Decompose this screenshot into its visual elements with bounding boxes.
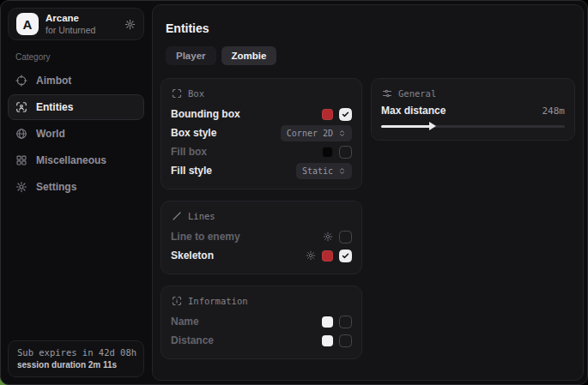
sidebar-item-label: World: [36, 128, 65, 140]
app-meta: Arcane for Unturned: [45, 13, 118, 35]
globe-icon: [15, 128, 27, 140]
tab-player[interactable]: Player: [166, 46, 216, 65]
bounding-box-row: Bounding box: [171, 105, 352, 123]
color-swatch[interactable]: [322, 316, 333, 328]
box-card-header: Box: [172, 88, 352, 99]
name-row: Name: [171, 312, 352, 331]
box-style-row: Box style Corner 2D: [171, 123, 352, 142]
app-subtitle: for Unturned: [45, 25, 118, 36]
sidebar-item-label: Aimbot: [36, 75, 71, 87]
fill-style-row: Fill style Static: [171, 161, 352, 180]
options-gear-icon[interactable]: [306, 250, 316, 261]
app-name: Arcane: [45, 13, 118, 25]
row-label: Fill style: [171, 165, 212, 177]
sidebar-item-label: Settings: [36, 181, 76, 193]
sidebar-item-world[interactable]: World: [8, 121, 144, 147]
lines-card-header: Lines: [172, 211, 352, 221]
color-swatch[interactable]: [322, 147, 333, 158]
row-label: Name: [171, 316, 199, 328]
general-card-header: General: [382, 88, 565, 99]
information-card: Information Name Distance: [161, 286, 362, 359]
dropdown-value: Corner 2D: [287, 129, 333, 138]
card-title: Lines: [188, 211, 215, 221]
content-area: Box Bounding box Box style: [161, 78, 575, 359]
app-window: A Arcane for Unturned Category Aimbot: [0, 0, 588, 385]
subscription-card: Sub expires in 42d 08h session duration …: [8, 340, 144, 377]
fill-style-dropdown[interactable]: Static: [296, 163, 352, 179]
distance-checkbox[interactable]: [339, 334, 352, 347]
sidebar-item-miscellaneous[interactable]: Miscellaneous: [8, 147, 144, 173]
color-swatch[interactable]: [322, 335, 333, 346]
row-controls: [322, 316, 352, 328]
crosshair-icon: [15, 75, 27, 87]
app-header-card: A Arcane for Unturned: [8, 8, 144, 40]
skeleton-row: Skeleton: [171, 246, 352, 265]
skeleton-checkbox[interactable]: [339, 250, 352, 262]
max-distance-row: Max distance 248m: [381, 105, 565, 117]
sub-expires-text: Sub expires in 42d 08h: [17, 347, 135, 358]
main-panel: Entities Player Zombie Box: [152, 4, 584, 381]
grid-icon: [15, 154, 27, 166]
chevrons-up-down-icon: [338, 167, 346, 175]
color-swatch[interactable]: [322, 250, 333, 262]
row-label: Fill box: [171, 146, 207, 158]
color-swatch[interactable]: [322, 109, 333, 120]
options-gear-icon[interactable]: [323, 232, 333, 242]
sliders-icon: [382, 88, 392, 99]
app-logo: A: [16, 13, 39, 35]
row-label: Box style: [171, 127, 216, 139]
row-label: Skeleton: [171, 250, 214, 262]
box-style-dropdown[interactable]: Corner 2D: [281, 125, 352, 141]
sidebar-item-entities[interactable]: Entities: [8, 94, 144, 120]
general-card: General Max distance 248m: [371, 78, 575, 141]
sidebar-item-aimbot[interactable]: Aimbot: [8, 68, 144, 93]
sidebar: A Arcane for Unturned Category Aimbot: [1, 1, 151, 384]
lines-card: Lines Line to enemy: [161, 201, 362, 274]
scan-corners-icon: [172, 88, 182, 99]
information-card-header: Information: [172, 296, 352, 306]
session-duration-text: session duration 2m 11s: [17, 360, 135, 370]
fill-box-checkbox[interactable]: [339, 146, 352, 159]
fill-box-row: Fill box: [171, 142, 352, 161]
row-controls: [322, 108, 352, 121]
row-label: Max distance: [381, 105, 446, 117]
settings-gear-icon[interactable]: [124, 19, 136, 30]
card-title: Box: [188, 88, 204, 99]
box-card: Box Bounding box Box style: [161, 78, 362, 189]
row-label: Bounding box: [171, 108, 240, 120]
diagonal-line-icon: [172, 211, 182, 221]
tab-zombie[interactable]: Zombie: [221, 46, 277, 65]
slider-fill: [381, 125, 431, 128]
chevrons-up-down-icon: [338, 129, 346, 137]
page-title: Entities: [166, 21, 575, 35]
dropdown-value: Static: [302, 166, 333, 176]
tab-bar: Player Zombie: [166, 46, 575, 65]
bounding-box-checkbox[interactable]: [339, 108, 352, 121]
scan-info-icon: [172, 296, 182, 306]
line-to-enemy-checkbox[interactable]: [339, 231, 352, 244]
max-distance-slider[interactable]: [381, 122, 565, 131]
scan-person-icon: [15, 101, 27, 113]
right-column: General Max distance 248m: [371, 78, 575, 141]
card-title: General: [398, 88, 436, 99]
slider-thumb[interactable]: [429, 122, 436, 130]
row-label: Distance: [171, 334, 214, 346]
row-controls: [323, 231, 352, 244]
sidebar-item-label: Entities: [36, 101, 73, 113]
card-title: Information: [188, 296, 248, 306]
row-controls: [306, 250, 352, 262]
left-column: Box Bounding box Box style: [161, 78, 362, 359]
line-to-enemy-row: Line to enemy: [171, 227, 352, 246]
category-label: Category: [15, 52, 144, 62]
row-controls: [322, 334, 352, 347]
sidebar-item-label: Miscellaneous: [36, 154, 106, 166]
gear-icon: [15, 181, 27, 193]
row-label: Line to enemy: [171, 231, 240, 243]
distance-row: Distance: [171, 331, 352, 350]
max-distance-value: 248m: [543, 105, 566, 117]
row-controls: [322, 146, 352, 159]
name-checkbox[interactable]: [339, 316, 352, 328]
sidebar-item-settings[interactable]: Settings: [8, 174, 144, 200]
